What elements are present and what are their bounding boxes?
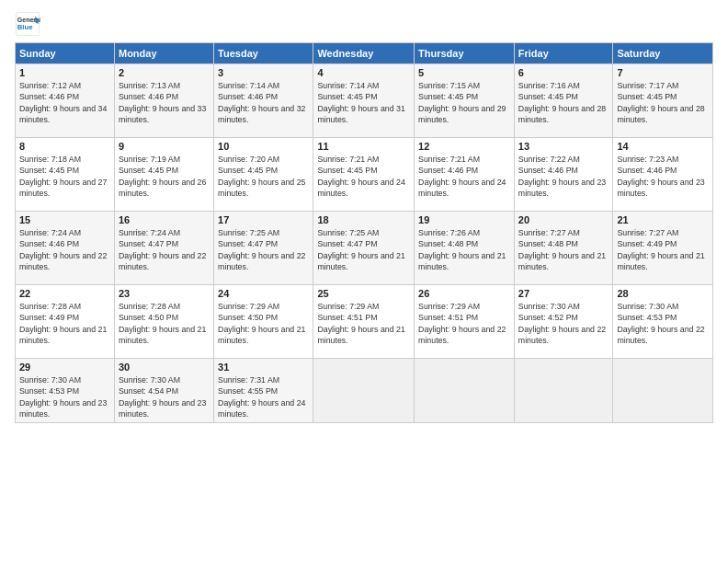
day-number: 3 [218,67,309,78]
day-number: 19 [418,214,510,225]
calendar-cell: 29 Sunrise: 7:30 AMSunset: 4:53 PMDaylig… [16,359,115,423]
day-header-saturday: Saturday [613,43,713,64]
calendar-cell: 22 Sunrise: 7:28 AMSunset: 4:49 PMDaylig… [16,285,115,359]
day-number: 9 [119,141,210,152]
day-number: 6 [518,67,609,78]
calendar-cell: 25 Sunrise: 7:29 AMSunset: 4:51 PMDaylig… [313,285,415,359]
day-number: 2 [119,67,210,78]
day-info: Sunrise: 7:28 AMSunset: 4:50 PMDaylight:… [119,301,210,346]
calendar-cell [313,359,415,423]
calendar-cell: 3 Sunrise: 7:14 AMSunset: 4:46 PMDayligh… [214,64,313,138]
day-number: 31 [218,362,309,373]
calendar-cell: 28 Sunrise: 7:30 AMSunset: 4:53 PMDaylig… [613,285,713,359]
calendar-cell: 27 Sunrise: 7:30 AMSunset: 4:52 PMDaylig… [514,285,613,359]
day-info: Sunrise: 7:14 AMSunset: 4:45 PMDaylight:… [317,80,410,125]
svg-text:Blue: Blue [17,23,33,31]
day-number: 5 [418,67,510,78]
calendar-cell: 11 Sunrise: 7:21 AMSunset: 4:45 PMDaylig… [313,138,415,212]
day-header-monday: Monday [114,43,213,64]
calendar-cell: 1 Sunrise: 7:12 AMSunset: 4:46 PMDayligh… [16,64,115,138]
day-info: Sunrise: 7:27 AMSunset: 4:48 PMDaylight:… [518,227,609,272]
day-number: 12 [418,141,510,152]
calendar-cell: 24 Sunrise: 7:29 AMSunset: 4:50 PMDaylig… [214,285,313,359]
calendar-cell: 2 Sunrise: 7:13 AMSunset: 4:46 PMDayligh… [114,64,213,138]
day-info: Sunrise: 7:17 AMSunset: 4:45 PMDaylight:… [617,80,709,125]
day-info: Sunrise: 7:30 AMSunset: 4:53 PMDaylight:… [19,374,110,419]
day-info: Sunrise: 7:26 AMSunset: 4:48 PMDaylight:… [418,227,510,272]
day-number: 15 [19,214,110,225]
day-number: 4 [317,67,410,78]
day-header-friday: Friday [514,43,613,64]
day-info: Sunrise: 7:25 AMSunset: 4:47 PMDaylight:… [317,227,410,272]
calendar-cell: 18 Sunrise: 7:25 AMSunset: 4:47 PMDaylig… [313,212,415,285]
calendar-table: SundayMondayTuesdayWednesdayThursdayFrid… [15,42,713,423]
calendar-cell: 21 Sunrise: 7:27 AMSunset: 4:49 PMDaylig… [613,212,713,285]
calendar-cell: 10 Sunrise: 7:20 AMSunset: 4:45 PMDaylig… [214,138,313,212]
calendar-cell [613,359,713,423]
calendar-cell: 9 Sunrise: 7:19 AMSunset: 4:45 PMDayligh… [114,138,213,212]
day-number: 10 [218,141,309,152]
calendar-cell: 16 Sunrise: 7:24 AMSunset: 4:47 PMDaylig… [114,212,213,285]
day-info: Sunrise: 7:12 AMSunset: 4:46 PMDaylight:… [19,80,110,125]
day-number: 28 [617,288,709,299]
day-info: Sunrise: 7:13 AMSunset: 4:46 PMDaylight:… [119,80,210,125]
calendar-cell: 8 Sunrise: 7:18 AMSunset: 4:45 PMDayligh… [16,138,115,212]
day-info: Sunrise: 7:30 AMSunset: 4:53 PMDaylight:… [617,301,709,346]
day-info: Sunrise: 7:22 AMSunset: 4:46 PMDaylight:… [518,154,609,199]
day-header-wednesday: Wednesday [313,43,415,64]
calendar-cell: 26 Sunrise: 7:29 AMSunset: 4:51 PMDaylig… [415,285,515,359]
day-number: 21 [617,214,709,225]
day-info: Sunrise: 7:20 AMSunset: 4:45 PMDaylight:… [218,154,309,199]
calendar-cell [415,359,515,423]
day-info: Sunrise: 7:27 AMSunset: 4:49 PMDaylight:… [617,227,709,272]
day-number: 22 [19,288,110,299]
day-number: 1 [19,67,110,78]
day-info: Sunrise: 7:24 AMSunset: 4:47 PMDaylight:… [119,227,210,272]
day-header-sunday: Sunday [16,43,115,64]
day-info: Sunrise: 7:18 AMSunset: 4:45 PMDaylight:… [19,154,110,199]
calendar-cell: 14 Sunrise: 7:23 AMSunset: 4:46 PMDaylig… [613,138,713,212]
calendar-cell: 7 Sunrise: 7:17 AMSunset: 4:45 PMDayligh… [613,64,713,138]
day-number: 16 [119,214,210,225]
day-info: Sunrise: 7:29 AMSunset: 4:51 PMDaylight:… [418,301,510,346]
calendar-cell: 19 Sunrise: 7:26 AMSunset: 4:48 PMDaylig… [415,212,515,285]
logo-icon: General Blue [15,11,40,37]
calendar-cell: 15 Sunrise: 7:24 AMSunset: 4:46 PMDaylig… [16,212,115,285]
day-header-tuesday: Tuesday [214,43,313,64]
day-number: 13 [518,141,609,152]
day-info: Sunrise: 7:14 AMSunset: 4:46 PMDaylight:… [218,80,309,125]
calendar-cell: 12 Sunrise: 7:21 AMSunset: 4:46 PMDaylig… [415,138,515,212]
day-number: 30 [119,362,210,373]
day-info: Sunrise: 7:29 AMSunset: 4:50 PMDaylight:… [218,301,309,346]
day-number: 23 [119,288,210,299]
day-info: Sunrise: 7:23 AMSunset: 4:46 PMDaylight:… [617,154,709,199]
day-info: Sunrise: 7:21 AMSunset: 4:46 PMDaylight:… [418,154,510,199]
logo: General Blue [15,11,44,37]
day-number: 29 [19,362,110,373]
calendar-cell: 13 Sunrise: 7:22 AMSunset: 4:46 PMDaylig… [514,138,613,212]
day-number: 27 [518,288,609,299]
day-info: Sunrise: 7:25 AMSunset: 4:47 PMDaylight:… [218,227,309,272]
day-header-thursday: Thursday [415,43,515,64]
day-info: Sunrise: 7:21 AMSunset: 4:45 PMDaylight:… [317,154,410,199]
day-info: Sunrise: 7:24 AMSunset: 4:46 PMDaylight:… [19,227,110,272]
day-info: Sunrise: 7:31 AMSunset: 4:55 PMDaylight:… [218,374,309,419]
day-info: Sunrise: 7:29 AMSunset: 4:51 PMDaylight:… [317,301,410,346]
calendar-cell: 20 Sunrise: 7:27 AMSunset: 4:48 PMDaylig… [514,212,613,285]
day-info: Sunrise: 7:15 AMSunset: 4:45 PMDaylight:… [418,80,510,125]
day-number: 20 [518,214,609,225]
calendar-cell: 17 Sunrise: 7:25 AMSunset: 4:47 PMDaylig… [214,212,313,285]
day-number: 18 [317,214,410,225]
day-number: 17 [218,214,309,225]
day-info: Sunrise: 7:28 AMSunset: 4:49 PMDaylight:… [19,301,110,346]
calendar-cell [514,359,613,423]
day-number: 11 [317,141,410,152]
day-number: 8 [19,141,110,152]
day-info: Sunrise: 7:19 AMSunset: 4:45 PMDaylight:… [119,154,210,199]
day-number: 26 [418,288,510,299]
day-number: 14 [617,141,709,152]
calendar-cell: 31 Sunrise: 7:31 AMSunset: 4:55 PMDaylig… [214,359,313,423]
day-info: Sunrise: 7:30 AMSunset: 4:54 PMDaylight:… [119,374,210,419]
calendar-cell: 4 Sunrise: 7:14 AMSunset: 4:45 PMDayligh… [313,64,415,138]
day-info: Sunrise: 7:16 AMSunset: 4:45 PMDaylight:… [518,80,609,125]
